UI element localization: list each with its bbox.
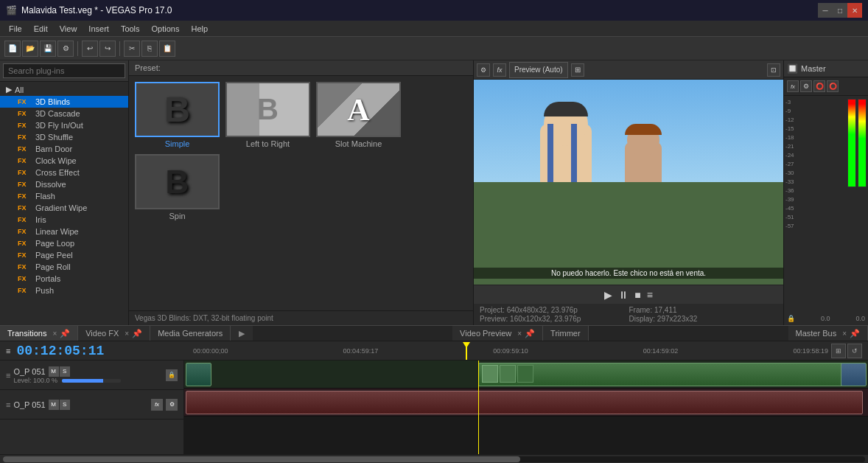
menu-insert[interactable]: Insert <box>83 23 115 35</box>
tab-masterbus-pin[interactable]: 📌 <box>850 329 860 338</box>
tab-videofx-pin[interactable]: 📌 <box>132 329 142 338</box>
preview-grid-button[interactable]: ⊞ <box>571 63 584 77</box>
master-output1-button[interactable]: ⭕ <box>813 80 825 92</box>
undo-button[interactable]: ↩ <box>82 41 98 57</box>
plugin-item-cross[interactable]: FXCross Effect <box>0 167 128 178</box>
timeline-scrollbar[interactable] <box>3 456 865 462</box>
track2-fx-button[interactable]: fx <box>151 399 163 411</box>
menu-tools[interactable]: Tools <box>115 23 146 35</box>
track1-lock-button[interactable]: 🔒 <box>166 369 178 381</box>
three-lines-icon[interactable]: ≡ <box>6 347 10 355</box>
preview-mode-button[interactable]: Preview (Auto) <box>509 62 568 78</box>
preview-menu-button[interactable]: ≡ <box>647 289 653 301</box>
plugin-item-dissolve[interactable]: FXDissolve <box>0 178 128 190</box>
master-fx-button[interactable]: fx <box>787 80 799 92</box>
timeline-scrollbar-thumb[interactable] <box>3 456 520 462</box>
tab-overflow-button[interactable]: ▶ <box>231 326 253 341</box>
track2-clip1[interactable] <box>186 391 863 414</box>
preview-play-button[interactable]: ▶ <box>604 289 612 301</box>
plugin-item-pagepeel[interactable]: FXPage Peel <box>0 249 128 261</box>
paste-button[interactable]: 📋 <box>159 41 175 57</box>
preset-ltr[interactable]: B Left to Right <box>225 82 310 148</box>
meter-label: -18 <box>785 134 844 141</box>
menu-options[interactable]: Options <box>146 23 186 35</box>
track1-solo-button[interactable]: S <box>60 366 70 377</box>
plugin-item-flyin[interactable]: FX3D Fly In/Out <box>0 119 128 131</box>
minimize-button[interactable]: ─ <box>818 3 833 18</box>
preview-project: Project: 640x480x32, 23.976p <box>480 306 629 314</box>
maximize-button[interactable]: □ <box>833 3 847 18</box>
meter-label: -51 <box>785 214 844 220</box>
plugin-item-pageroll[interactable]: FXPage Roll <box>0 261 128 273</box>
meter-label: -57 <box>785 223 844 229</box>
search-input[interactable] <box>3 63 125 78</box>
tab-transitions-close[interactable]: × <box>52 330 57 338</box>
track1-clip1[interactable] <box>186 363 211 386</box>
menu-file[interactable]: File <box>3 23 28 35</box>
tab-videofx-close[interactable]: × <box>125 330 129 338</box>
tab-masterbus-close[interactable]: × <box>842 330 847 338</box>
plugin-item-clock[interactable]: FXClock Wipe <box>0 155 128 167</box>
open-button[interactable]: 📂 <box>22 41 38 57</box>
plugin-item-shuffle[interactable]: FX3D Shuffle <box>0 131 128 143</box>
plugin-item-portals[interactable]: FXPortals <box>0 273 128 285</box>
plugin-item-linear[interactable]: FXLinear Wipe <box>0 226 128 237</box>
plugins-panel: ▶All FX3D Blinds FX3D Cascade FX3D Fly I… <box>0 60 129 325</box>
settings-button[interactable]: ⚙ <box>57 41 74 57</box>
plugin-item-push[interactable]: FXPush <box>0 285 128 296</box>
tl-loop-button[interactable]: ↺ <box>847 344 862 358</box>
plugin-item-barn[interactable]: FXBarn Door <box>0 143 128 155</box>
plugin-item-blinds[interactable]: FX3D Blinds <box>0 96 128 108</box>
preview-settings-button[interactable]: ⚙ <box>477 63 490 77</box>
menu-help[interactable]: Help <box>185 23 214 35</box>
track2-expand-icon[interactable]: ≡ <box>6 400 10 409</box>
redo-button[interactable]: ↪ <box>99 41 116 57</box>
plugin-item-gradient[interactable]: FXGradient Wipe <box>0 202 128 214</box>
plugin-item-iris[interactable]: FXIris <box>0 214 128 226</box>
copy-button[interactable]: ⎘ <box>141 41 158 57</box>
tab-transitions-pin[interactable]: 📌 <box>60 329 70 338</box>
app-title: Malavida Test.veg * - VEGAS Pro 17.0 <box>21 5 818 15</box>
preview-fx-button[interactable]: fx <box>493 63 506 77</box>
master-output2-button[interactable]: ⭕ <box>827 80 839 92</box>
close-button[interactable]: ✕ <box>847 3 862 18</box>
track2-solo-button[interactable]: S <box>60 400 70 410</box>
preset-slot[interactable]: A Slot Machine <box>316 82 401 148</box>
preset-simple[interactable]: B Simple <box>135 82 220 148</box>
tab-trimmer[interactable]: Trimmer <box>543 326 589 341</box>
tab-masterbus[interactable]: Master Bus × 📌 <box>788 326 868 341</box>
tl-fit-button[interactable]: ⊞ <box>831 344 846 358</box>
tab-mediagen[interactable]: Media Generators <box>150 326 231 341</box>
plugin-item-cascade[interactable]: FX3D Cascade <box>0 108 128 119</box>
timeline-tracks-left: ≡ O_P 051 M S Level: 100.0 % 🔒 <box>0 361 184 454</box>
preview-frame: Frame: 17,411 <box>629 306 778 314</box>
track1-level-slider[interactable] <box>62 379 121 383</box>
plugins-category-all[interactable]: ▶All <box>0 83 128 96</box>
menu-edit[interactable]: Edit <box>28 23 54 35</box>
tab-videopreview-close[interactable]: × <box>517 330 522 338</box>
tab-videofx[interactable]: Video FX × 📌 <box>78 326 150 341</box>
master-settings-button[interactable]: ⚙ <box>800 80 812 92</box>
track1-clip2[interactable] <box>478 363 854 386</box>
preview-ext-button[interactable]: ⊡ <box>767 63 780 77</box>
tab-videopreview-pin[interactable]: 📌 <box>525 329 535 338</box>
preset-spin[interactable]: B Spin <box>135 154 220 220</box>
titlebar: 🎬 Malavida Test.veg * - VEGAS Pro 17.0 ─… <box>0 0 868 21</box>
tab-transitions[interactable]: Transitions × 📌 <box>0 326 78 341</box>
new-button[interactable]: 📄 <box>4 41 21 57</box>
cut-button[interactable]: ✂ <box>124 41 140 57</box>
toolbar: 📄 📂 💾 ⚙ ↩ ↪ ✂ ⎘ 📋 <box>0 37 868 60</box>
plugin-item-pageloop[interactable]: FXPage Loop <box>0 237 128 249</box>
track1-expand-icon[interactable]: ≡ <box>6 371 10 380</box>
tab-videopreview[interactable]: Video Preview × 📌 <box>452 326 543 341</box>
menu-view[interactable]: View <box>54 23 83 35</box>
master-body: -3 -9 -12 -15 -18 -21 -24 -27 -30 -33 -3… <box>784 96 868 312</box>
track1-clip3[interactable] <box>841 363 867 386</box>
track1-mute-button[interactable]: M <box>49 366 59 377</box>
plugin-item-flash[interactable]: FXFlash <box>0 190 128 202</box>
track2-settings-button[interactable]: ⚙ <box>166 399 178 411</box>
save-button[interactable]: 💾 <box>40 41 56 57</box>
preview-stop-button[interactable]: ■ <box>634 289 640 301</box>
track2-mute-button[interactable]: M <box>49 400 59 410</box>
preview-pause-button[interactable]: ⏸ <box>618 289 629 301</box>
